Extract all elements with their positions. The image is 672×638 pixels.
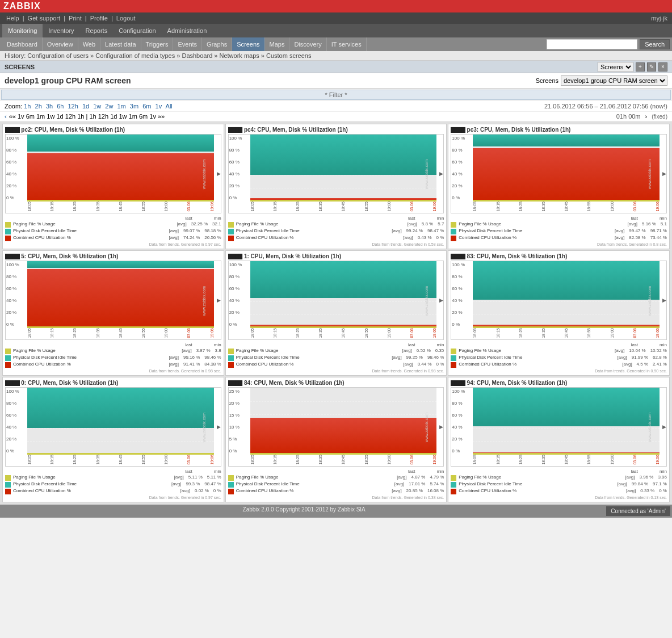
- zoom-all[interactable]: All: [166, 103, 173, 110]
- graph-canvas-g1[interactable]: 100 %80 %60 %40 %20 %0 %www.zabbix.com18…: [5, 134, 221, 213]
- subnav-latest-data[interactable]: Latest data: [100, 37, 141, 51]
- legend-header-g2: lastmin: [228, 216, 444, 221]
- screen-select-dropdown[interactable]: develop1 group CPU RAM screen: [561, 75, 667, 86]
- subnav-maps[interactable]: Maps: [265, 37, 290, 51]
- legend-values-g2-2: [avg] 0.43 % 0 %: [403, 235, 444, 240]
- graph-cell-g2: ████ pc4: CPU, Mem, Disk % Utilization (…: [225, 124, 447, 249]
- graph-title-g3: ████ pc3: CPU, Mem, Disk % Utilization (…: [451, 127, 667, 133]
- legend-values-g9-1: [avg] 99.84 % 97.1 %: [617, 481, 667, 486]
- legend-row-g3-2: Combined CPU Utilization %[avg] 82.58 % …: [451, 235, 667, 241]
- legend-color-g8-2: [228, 489, 234, 494]
- top-links: Help | Get support | Print | Profile | L…: [5, 15, 137, 22]
- nav-prev-arrow[interactable]: ‹: [5, 113, 7, 120]
- zoom-2w[interactable]: 2w: [105, 103, 113, 110]
- main-nav-administration[interactable]: Administration: [162, 24, 213, 37]
- legend-color-g5-1: [228, 355, 234, 361]
- zoom-1v[interactable]: 1v: [156, 103, 162, 110]
- legend-text-g4-2: Combined CPU Utilization %: [13, 362, 169, 367]
- logout-link[interactable]: Logout: [116, 15, 136, 22]
- subnav-overview[interactable]: Overview: [43, 37, 78, 51]
- subnav-events[interactable]: Events: [173, 37, 202, 51]
- watermark-g4: www.zabbix.com: [202, 286, 206, 316]
- legend-header-g4: lastmin: [5, 342, 221, 347]
- y-axis-g8: 25 %20 %15 %10 %5 %0 %: [229, 388, 250, 455]
- help-link[interactable]: Help: [6, 15, 19, 22]
- data-note-g8: Data from trends. Generated in 0.38 sec.: [228, 496, 444, 500]
- legend-text-g5-1: Physical Disk Percent Idle Time: [236, 355, 392, 360]
- legend-row-g7-2: Combined CPU Utilization %[avg] 0.02 % 0…: [5, 488, 221, 494]
- graph-cell-g4: ████ 5: CPU, Mem, Disk % Utilization (1h…: [2, 250, 224, 376]
- graph-title-g7: ████ 0: CPU, Mem, Disk % Utilization (1h…: [5, 380, 221, 386]
- edit-screen-button[interactable]: ✎: [647, 62, 656, 72]
- print-link[interactable]: Print: [69, 15, 82, 22]
- profile-link[interactable]: Profile: [90, 15, 108, 22]
- legend-row-g5-0: Paging File % Usage[avg] 6.52 % 6.35: [228, 348, 444, 354]
- subnav-graphs[interactable]: Graphs: [202, 37, 232, 51]
- close-screen-button[interactable]: ×: [658, 62, 667, 72]
- legend-text-g2-0: Paging File % Usage: [236, 221, 408, 226]
- zoom-1d[interactable]: 1d: [82, 103, 89, 110]
- legend-values-g5-2: [avg] 0.44 % 0 %: [403, 362, 444, 367]
- add-screen-button[interactable]: +: [636, 62, 645, 72]
- y-axis-g7: 100 %80 %60 %40 %20 %0 %: [6, 388, 27, 455]
- zoom-3h[interactable]: 3h: [46, 103, 53, 110]
- teal-area-g9: [473, 388, 660, 426]
- zoom-1m[interactable]: 1m: [117, 103, 125, 110]
- subnav-dashboard[interactable]: Dashboard: [2, 37, 43, 51]
- legend-row-g1-2: Combined CPU Utilization %[avg] 74.24 % …: [5, 235, 221, 241]
- watermark-g6: www.zabbix.com: [648, 286, 652, 316]
- breadcrumb: History: Configuration of users » Config…: [0, 51, 672, 61]
- nav-next-arrow[interactable]: ›: [645, 113, 648, 120]
- zoom-1h[interactable]: 1h: [24, 103, 31, 110]
- search-input[interactable]: [547, 39, 637, 49]
- subnav-triggers[interactable]: Triggers: [141, 37, 174, 51]
- graph-canvas-g3[interactable]: 100 %80 %60 %40 %20 %0 %www.zabbix.com18…: [451, 134, 667, 213]
- y-axis-g5: 100 %80 %60 %40 %20 %0 %: [229, 261, 250, 328]
- graph-canvas-g8[interactable]: 25 %20 %15 %10 %5 %0 %www.zabbix.com18:0…: [228, 387, 444, 467]
- zoom-3m[interactable]: 3m: [130, 103, 138, 110]
- get-support-link[interactable]: Get support: [28, 15, 60, 22]
- legend-header-g6: lastmin: [451, 342, 667, 347]
- main-nav: Monitoring Inventory Reports Configurati…: [0, 24, 672, 37]
- legend-row-g9-0: Paging File % Usage[avg] 3.96 % 3.96: [451, 475, 667, 481]
- legend-color-g3-1: [451, 229, 456, 234]
- zoom-6m[interactable]: 6m: [142, 103, 151, 110]
- legend-color-g8-0: [228, 475, 234, 481]
- subnav-it-services[interactable]: IT services: [327, 37, 367, 51]
- subnav-discovery[interactable]: Discovery: [289, 37, 326, 51]
- search-button[interactable]: Search: [640, 39, 670, 49]
- legend-values-g1-1: [avg] 99.07 % 98.18 %: [169, 228, 221, 233]
- legend-values-g8-0: [avg] 4.87 % 4.79 %: [397, 475, 444, 480]
- graph-canvas-g9[interactable]: 100 %80 %60 %40 %20 %0 %www.zabbix.com18…: [451, 387, 667, 467]
- data-note-g3: Data from trends. Generated in 0.8 sec.: [451, 242, 667, 246]
- main-nav-configuration[interactable]: Configuration: [113, 24, 161, 37]
- legend-values-g6-1: [avg] 91.99 % 62.8 %: [617, 355, 667, 360]
- legend-values-g6-0: [avg] 10.64 % 10.52 %: [615, 348, 667, 353]
- data-note-g9: Data from trends. Generated in 0.13 sec.: [451, 496, 667, 500]
- subnav-screens[interactable]: Screens: [232, 37, 264, 51]
- main-nav-reports[interactable]: Reports: [80, 24, 114, 37]
- graph-canvas-g4[interactable]: 100 %80 %60 %40 %20 %0 %www.zabbix.com18…: [5, 261, 221, 340]
- zoom-12h[interactable]: 12h: [68, 103, 78, 110]
- screens-dropdown[interactable]: Screens: [598, 62, 633, 72]
- graph-title-g9: ████ 94: CPU, Mem, Disk % Utilization (1…: [451, 380, 667, 386]
- legend-header-g7: lastmin: [5, 469, 221, 474]
- legend-text-g1-0: Paging File % Usage: [13, 221, 177, 226]
- zoom-2h[interactable]: 2h: [35, 103, 42, 110]
- graph-canvas-g7[interactable]: 100 %80 %60 %40 %20 %0 %www.zabbix.com18…: [5, 387, 221, 467]
- subnav-web[interactable]: Web: [78, 37, 100, 51]
- legend-row-g3-0: Paging File % Usage[avg] 5.16 % 5.1: [451, 221, 667, 228]
- legend-color-g2-0: [228, 222, 234, 228]
- teal-area-g6: [473, 261, 660, 300]
- data-note-g1: Data from trends. Generated in 0.97 sec.: [5, 242, 221, 246]
- zoom-1w[interactable]: 1w: [93, 103, 101, 110]
- graph-canvas-g5[interactable]: 100 %80 %60 %40 %20 %0 %www.zabbix.com18…: [228, 261, 444, 340]
- main-nav-monitoring[interactable]: Monitoring: [2, 24, 43, 37]
- graph-canvas-g2[interactable]: 100 %80 %60 %40 %20 %0 %www.zabbix.com18…: [228, 134, 444, 213]
- graph-canvas-g6[interactable]: 100 %80 %60 %40 %20 %0 %www.zabbix.com18…: [451, 261, 667, 340]
- legend-g4: lastminPaging File % Usage[avg] 3.87 % 3…: [5, 342, 221, 373]
- main-nav-inventory[interactable]: Inventory: [43, 24, 79, 37]
- graph-area-g1: www.zabbix.com: [27, 135, 214, 202]
- zoom-6h[interactable]: 6h: [57, 103, 64, 110]
- graph-area-g4: www.zabbix.com: [27, 261, 214, 328]
